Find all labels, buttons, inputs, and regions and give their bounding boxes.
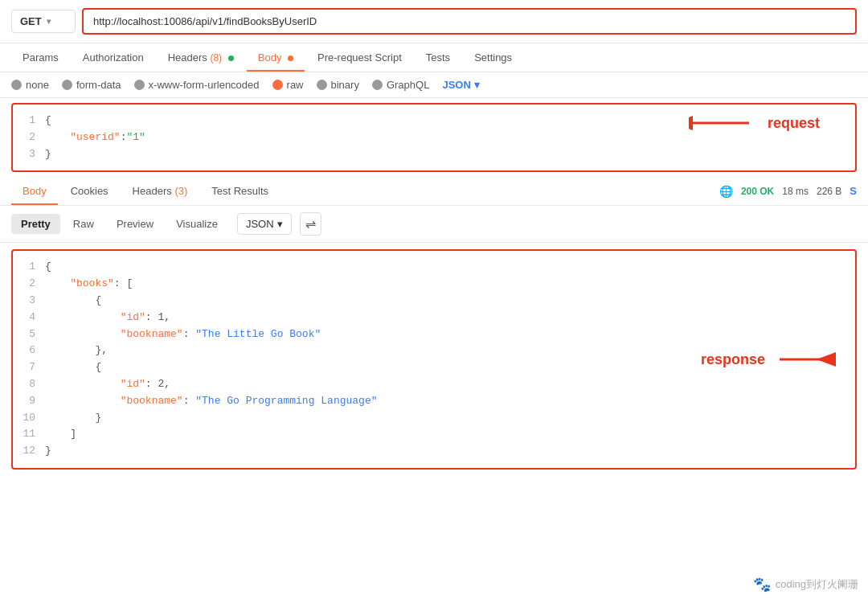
globe-icon: 🌐 (719, 185, 733, 198)
tab-params[interactable]: Params (11, 43, 70, 72)
url-input[interactable] (82, 8, 857, 35)
url-bar: GET ▾ (0, 0, 868, 43)
method-label: GET (20, 15, 42, 27)
format-raw[interactable]: Raw (63, 214, 104, 234)
tab-settings[interactable]: Settings (463, 43, 523, 72)
headers-dot (228, 55, 234, 61)
response-annotation: response (701, 346, 844, 373)
resp-tab-cookies[interactable]: Cookies (59, 177, 120, 205)
radio-graphql (372, 80, 383, 90)
resp-json-dropdown[interactable]: JSON ▾ (237, 213, 292, 235)
status-size: 226 B (817, 186, 841, 197)
radio-raw (272, 80, 283, 90)
option-raw[interactable]: raw (272, 79, 304, 91)
resp-tab-headers[interactable]: Headers (3) (121, 177, 199, 205)
tab-authorization[interactable]: Authorization (72, 43, 155, 72)
radio-formdata (62, 80, 72, 90)
body-dot (288, 55, 293, 61)
resp-tab-body[interactable]: Body (11, 177, 58, 205)
request-annotation: request (689, 109, 820, 137)
status-time: 18 ms (782, 186, 809, 197)
wrap-icon[interactable]: ⇌ (300, 212, 321, 236)
option-formdata[interactable]: form-data (62, 79, 121, 91)
request-label: request (768, 115, 820, 132)
save-button[interactable]: S (850, 185, 857, 197)
resp-tab-testresults[interactable]: Test Results (200, 177, 280, 205)
request-tab-bar: Params Authorization Headers (8) Body Pr… (0, 43, 868, 72)
response-label: response (701, 351, 765, 368)
response-meta: 🌐 200 OK 18 ms 226 B S (719, 185, 857, 198)
option-graphql[interactable]: GraphQL (372, 79, 429, 91)
response-format-bar: Pretty Raw Preview Visualize JSON ▾ ⇌ (0, 206, 868, 243)
headers-count: (8) (210, 52, 222, 64)
format-visualize[interactable]: Visualize (166, 214, 227, 234)
json-type-dropdown[interactable]: JSON ▾ (442, 79, 479, 91)
option-urlencoded[interactable]: x-www-form-urlencoded (134, 79, 260, 91)
resp-headers-count: (3) (174, 185, 187, 197)
tab-tests[interactable]: Tests (415, 43, 461, 72)
status-ok: 200 OK (741, 186, 774, 197)
body-options-bar: none form-data x-www-form-urlencoded raw… (0, 72, 868, 98)
response-tab-bar: Body Cookies Headers (3) Test Results 🌐 … (0, 177, 868, 206)
request-line-numbers: 1 2 3 (13, 113, 45, 162)
tab-prerequest[interactable]: Pre-request Script (306, 43, 413, 72)
request-arrow-icon (689, 109, 761, 137)
response-editor-container: 1 2 3 4 5 6 7 8 9 10 11 12 { "books": [ … (0, 249, 868, 470)
radio-binary (317, 80, 327, 90)
response-line-numbers: 1 2 3 4 5 6 7 8 9 10 11 12 (13, 259, 45, 460)
tab-body[interactable]: Body (247, 43, 305, 72)
tab-headers[interactable]: Headers (8) (157, 43, 245, 72)
method-chevron: ▾ (47, 17, 51, 26)
format-preview[interactable]: Preview (107, 214, 163, 234)
radio-none (11, 80, 22, 90)
format-pretty[interactable]: Pretty (11, 214, 60, 234)
option-none[interactable]: none (11, 79, 49, 91)
request-editor-container: 1 2 3 { "userid":"1" } request (0, 103, 868, 172)
method-select[interactable]: GET ▾ (11, 10, 76, 33)
response-arrow-icon (772, 346, 844, 373)
radio-urlencoded (134, 80, 145, 90)
option-binary[interactable]: binary (317, 79, 359, 91)
